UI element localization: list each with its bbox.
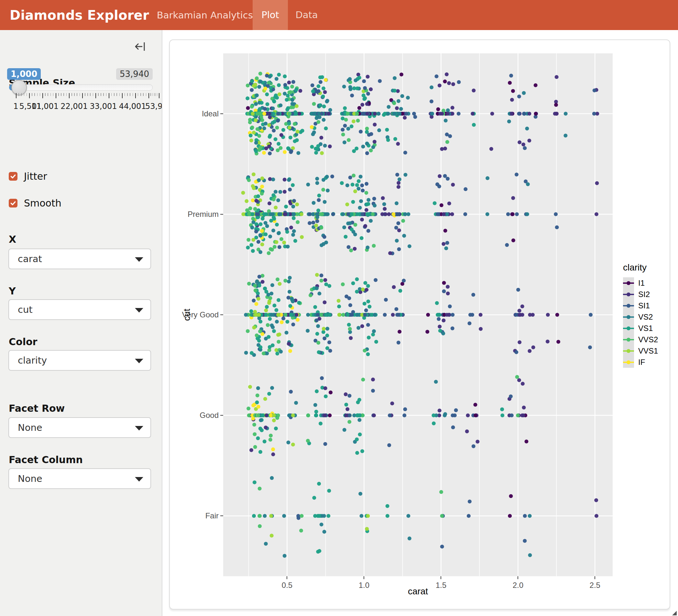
y-axis-tick-label: Ideal bbox=[169, 109, 219, 118]
slider-major-tick bbox=[16, 93, 16, 98]
slider-minor-tick bbox=[87, 93, 88, 96]
slider-minor-tick bbox=[85, 93, 85, 96]
y-axis-tick bbox=[220, 516, 223, 516]
slider-minor-tick bbox=[80, 93, 80, 96]
legend-items: I1SI2SI1VS2VS1VVS2VVS1IF bbox=[623, 277, 658, 368]
legend-label: VVS2 bbox=[638, 335, 658, 344]
x-axis-tick bbox=[364, 576, 364, 579]
slider-minor-tick bbox=[21, 93, 22, 96]
legend-point-glyph bbox=[627, 338, 631, 342]
legend-key-vs1 bbox=[623, 323, 634, 334]
slider-minor-tick bbox=[98, 93, 99, 96]
color-select-label: Color bbox=[9, 336, 37, 347]
legend-point-glyph bbox=[627, 315, 631, 319]
slider-minor-tick bbox=[32, 93, 32, 96]
legend-item: VVS2 bbox=[623, 334, 658, 345]
y-axis-tick bbox=[220, 214, 223, 215]
slider-minor-tick bbox=[146, 93, 147, 96]
slider-minor-tick bbox=[27, 93, 27, 96]
sample-size-slider[interactable]: 15,50111,00122,00133,00144,00153,940 bbox=[9, 84, 158, 123]
x-axis-tick bbox=[595, 576, 595, 579]
facet-column-select-value: None bbox=[18, 469, 42, 488]
y-axis-tick-label: Good bbox=[169, 411, 219, 420]
slider-minor-tick bbox=[101, 93, 101, 96]
sidebar-collapse-icon[interactable] bbox=[134, 41, 146, 52]
slider-tick-label: 11,001 bbox=[31, 102, 59, 111]
facet-row-select[interactable]: None bbox=[8, 417, 151, 438]
scatter-plot[interactable] bbox=[223, 53, 613, 576]
slider-major-tick bbox=[82, 93, 83, 98]
x-axis-title: carat bbox=[408, 586, 428, 597]
slider-minor-tick bbox=[103, 93, 104, 96]
slider-minor-tick bbox=[150, 93, 151, 96]
x-select[interactable]: carat bbox=[8, 249, 151, 269]
slider-handle[interactable] bbox=[11, 80, 27, 95]
slider-major-tick bbox=[135, 93, 136, 98]
slider-max-badge: 53,940 bbox=[116, 68, 153, 80]
slider-minor-tick bbox=[119, 93, 120, 96]
y-axis-tick bbox=[220, 415, 223, 416]
legend-item: I1 bbox=[623, 277, 658, 289]
legend: clarity I1SI2SI1VS2VS1VVS2VVS1IF bbox=[623, 262, 658, 368]
color-select-value: clarity bbox=[18, 351, 47, 370]
slider-minor-tick bbox=[155, 93, 155, 96]
slider-minor-tick bbox=[106, 93, 107, 96]
slider-minor-tick bbox=[34, 93, 35, 96]
x-axis-tick bbox=[287, 576, 287, 579]
legend-item: SI1 bbox=[623, 300, 658, 311]
slider-minor-tick bbox=[143, 93, 144, 96]
facet-column-select[interactable]: None bbox=[8, 468, 151, 489]
slider-minor-tick bbox=[40, 93, 40, 96]
legend-key-si2 bbox=[623, 289, 634, 300]
slider-minor-tick bbox=[58, 93, 59, 96]
slider-tick-label: 1 bbox=[13, 102, 18, 111]
y-axis-tick bbox=[220, 114, 223, 114]
smooth-checkbox[interactable] bbox=[9, 199, 17, 207]
slider-major-tick bbox=[109, 93, 109, 98]
legend-point-glyph bbox=[627, 292, 631, 296]
slider-minor-tick bbox=[130, 93, 130, 96]
jitter-checkbox[interactable] bbox=[9, 172, 17, 181]
slider-major-tick bbox=[148, 93, 149, 98]
slider-minor-tick bbox=[72, 93, 72, 96]
slider-major-tick bbox=[69, 93, 70, 98]
legend-item: VS2 bbox=[623, 311, 658, 323]
y-axis-tick-label: Premium bbox=[169, 210, 219, 219]
tab-data[interactable]: Data bbox=[288, 0, 326, 30]
slider-tick-label: 22,001 bbox=[61, 102, 88, 111]
y-axis-tick bbox=[220, 315, 223, 315]
app-title: Diamonds Explorer bbox=[10, 8, 149, 23]
x-axis-tick-label: 1.0 bbox=[359, 581, 369, 590]
slider-minor-tick bbox=[53, 93, 54, 96]
legend-label: SI2 bbox=[638, 290, 650, 299]
check-icon bbox=[10, 173, 16, 180]
x-axis-tick-label: 1.5 bbox=[436, 581, 446, 590]
legend-point-glyph bbox=[627, 281, 631, 285]
slider-major-tick bbox=[159, 93, 159, 98]
slider-minor-tick bbox=[74, 93, 75, 96]
legend-item: VS1 bbox=[623, 323, 658, 334]
slider-minor-tick bbox=[90, 93, 90, 96]
check-icon bbox=[10, 200, 16, 207]
smooth-checkbox-label: Smooth bbox=[24, 198, 62, 209]
smooth-checkbox-row[interactable]: Smooth bbox=[9, 198, 62, 209]
y-select[interactable]: cut bbox=[8, 299, 151, 320]
legend-key-vvs2 bbox=[623, 334, 634, 345]
x-axis-tick-label: 2.0 bbox=[513, 581, 523, 590]
x-axis-tick bbox=[441, 576, 441, 579]
x-select-label: X bbox=[9, 234, 16, 245]
color-select[interactable]: clarity bbox=[8, 350, 151, 371]
app-header: Diamonds Explorer Barkamian Analytics Pl… bbox=[0, 0, 678, 30]
resize-handle-icon[interactable] bbox=[672, 611, 677, 615]
chevron-down-icon bbox=[135, 257, 143, 262]
slider-track[interactable] bbox=[9, 84, 153, 90]
slider-minor-tick bbox=[116, 93, 117, 96]
y-axis-title: cut bbox=[182, 309, 192, 321]
legend-point-glyph bbox=[627, 349, 631, 353]
slider-minor-tick bbox=[61, 93, 62, 96]
slider-tick-label: 33,001 bbox=[90, 102, 117, 111]
jitter-checkbox-row[interactable]: Jitter bbox=[9, 171, 47, 182]
tab-plot[interactable]: Plot bbox=[253, 0, 288, 30]
slider-minor-tick bbox=[66, 93, 67, 96]
legend-key-i1 bbox=[623, 277, 634, 289]
